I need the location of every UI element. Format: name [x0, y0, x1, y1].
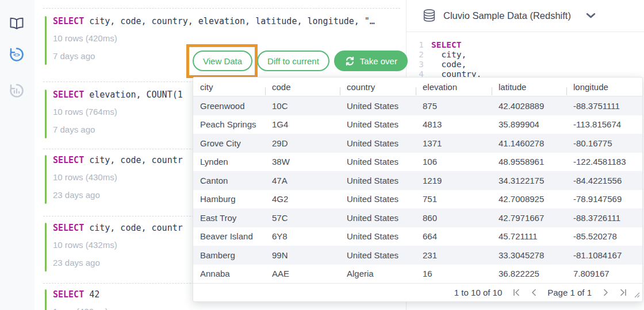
table-row: East Troy 57C United States 860 42.79716…	[193, 208, 642, 227]
cell-longitude: -122.4581183	[566, 157, 642, 166]
history-code-icon: <>	[9, 46, 25, 65]
item-accent-bar	[45, 90, 47, 138]
table-row: Grove City 29D United States 1371 41.146…	[193, 134, 642, 153]
cell-latitude: 42.7008925	[492, 194, 566, 204]
table-row: Bamberg 99N United States 231 33.3045278…	[193, 246, 642, 265]
first-page-button[interactable]	[512, 289, 520, 297]
table-header-row: city code country elevation latitude lon…	[193, 78, 642, 96]
row-count-label: 10 rows (430ms)	[53, 172, 117, 182]
sql-text: city, code, countr	[89, 155, 183, 165]
cell-city: Annaba	[193, 269, 265, 278]
table-row: Annaba AAE Algeria 16 36.822225 7.809167	[193, 265, 642, 284]
cell-longitude: -85.520278	[566, 231, 642, 241]
editor-line: 3 code,	[406, 60, 644, 69]
cell-longitude: -113.815674	[566, 119, 642, 129]
sql-keyword: SELECT	[53, 16, 84, 26]
cell-elevation: 1219	[416, 176, 492, 185]
cell-longitude: -84.4221556	[566, 176, 642, 185]
column-header[interactable]: elevation	[416, 82, 492, 92]
table-row: Hamburg 4G2 United States 751 42.7008925…	[193, 190, 642, 209]
last-page-button[interactable]	[619, 289, 627, 297]
sql-text: 42	[89, 289, 99, 300]
sql-text: city, code, country, elevation, latitude…	[89, 16, 375, 26]
cell-elevation: 751	[416, 194, 492, 204]
item-accent-bar	[45, 155, 47, 204]
next-page-button[interactable]	[601, 289, 610, 297]
cell-longitude: -78.9147569	[566, 194, 642, 204]
icon-sidebar: <>	[0, 0, 35, 310]
row-count-label: 1 row (426ms)	[53, 307, 108, 310]
row-count-label: 10 rows (420ms)	[53, 33, 117, 43]
cell-city: East Troy	[193, 213, 265, 223]
row-range-label: 1 to 10 of 10	[454, 288, 502, 297]
cell-longitude: -81.1084167	[566, 250, 642, 260]
sql-keyword: SELECT	[53, 289, 84, 300]
datasource-name: Cluvio Sample Data (Redshift)	[443, 10, 571, 21]
column-header[interactable]: latitude	[492, 82, 566, 92]
item-accent-bar	[45, 16, 47, 65]
line-number: 2	[406, 50, 431, 60]
column-header[interactable]: country	[340, 82, 416, 92]
cell-code: 1G4	[265, 119, 340, 129]
cell-country: United States	[340, 119, 416, 129]
column-header[interactable]: city	[193, 82, 265, 92]
cell-country: United States	[340, 250, 416, 260]
sidebar-item-schema[interactable]	[8, 16, 25, 33]
cell-code: 38W	[265, 157, 340, 166]
cell-country: United States	[340, 231, 416, 241]
chevron-down-icon	[586, 13, 596, 19]
cell-city: Greenwood	[193, 101, 265, 111]
cell-code: 99N	[265, 250, 340, 260]
cell-code: 6Y8	[265, 231, 340, 241]
results-table-popover: city code country elevation latitude lon…	[193, 77, 643, 302]
cell-latitude: 48.9558961	[492, 157, 566, 166]
diff-to-current-button[interactable]: Diff to current	[257, 51, 329, 71]
cell-longitude: -88.3751111	[566, 101, 642, 111]
cell-city: Grove City	[193, 138, 265, 148]
cell-city: Hamburg	[193, 194, 265, 204]
code-text: city,	[431, 50, 466, 59]
cell-code: AAE	[265, 269, 340, 278]
row-count-label: 10 rows (432ms)	[53, 240, 117, 250]
cell-country: United States	[340, 194, 416, 204]
resize-handle[interactable]	[634, 290, 640, 300]
table-row: Lynden 38W United States 106 48.9558961 …	[193, 153, 642, 172]
sidebar-item-result-history[interactable]	[8, 83, 25, 100]
history-item-actions: View Data Diff to current Take over	[193, 51, 408, 71]
cell-code: 10C	[265, 101, 340, 111]
query-preview: SELECTcity, code, country, elevation, la…	[53, 16, 402, 27]
cell-country: United States	[340, 213, 416, 223]
query-age-label: 7 days ago	[53, 51, 95, 61]
cell-country: United States	[340, 176, 416, 185]
code-text: SELECT	[431, 40, 461, 49]
cell-longitude: -88.3726111	[566, 213, 642, 223]
previous-page-button[interactable]	[530, 289, 538, 297]
cell-latitude: 45.721111	[492, 231, 566, 241]
table-row: Beaver Island 6Y8 United States 664 45.7…	[193, 227, 642, 246]
cell-elevation: 1371	[416, 138, 492, 148]
column-header[interactable]: code	[265, 82, 340, 92]
datasource-selector[interactable]: Cluvio Sample Data (Redshift)	[406, 0, 644, 32]
line-number: 1	[406, 40, 431, 50]
cell-elevation: 860	[416, 213, 492, 223]
table-row: Canton 47A United States 1219 34.3122175…	[193, 171, 642, 190]
cell-country: United States	[340, 138, 416, 148]
cell-elevation: 16	[416, 269, 492, 278]
sidebar-item-query-history[interactable]: <>	[8, 47, 25, 64]
cell-latitude: 42.7971667	[492, 213, 566, 223]
view-data-button[interactable]: View Data	[193, 51, 252, 71]
cell-code: 47A	[265, 176, 340, 185]
column-header[interactable]: longitude	[566, 82, 642, 92]
query-age-label: 7 days ago	[53, 125, 95, 134]
sql-keyword: SELECT	[53, 155, 84, 165]
take-over-label: Take over	[360, 56, 397, 66]
cell-city: Bamberg	[193, 250, 265, 260]
take-over-button[interactable]: Take over	[334, 51, 408, 71]
history-chart-icon	[9, 83, 25, 101]
separator	[43, 8, 400, 9]
cell-latitude: 35.899904	[492, 119, 566, 129]
cell-latitude: 36.822225	[492, 269, 566, 278]
sync-icon	[344, 56, 355, 67]
sql-text: elevation, COUNT(1	[89, 90, 183, 100]
row-count-label: 10 rows (764ms)	[53, 107, 117, 117]
